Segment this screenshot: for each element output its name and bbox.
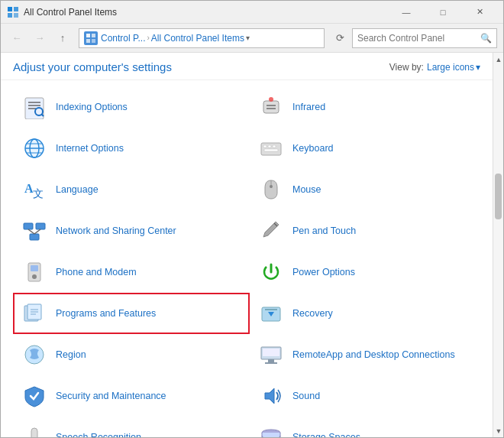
storage-spaces-label: Storage Spaces (292, 431, 360, 437)
phone-modem-label: Phone and Modem (56, 266, 137, 278)
svg-rect-51 (265, 362, 277, 364)
svg-rect-5 (92, 34, 95, 37)
item-speech-recognition[interactable]: Speech Recognition (13, 417, 250, 437)
view-by-dropdown-icon: ▾ (476, 62, 480, 73)
window-title: All Control Panel Items (24, 7, 389, 18)
svg-line-36 (34, 229, 40, 234)
svg-rect-3 (14, 13, 18, 18)
svg-line-35 (28, 229, 34, 234)
items-container: Indexing OptionsInfraredInternet Options… (1, 80, 493, 437)
svg-rect-14 (263, 101, 279, 113)
item-region[interactable]: Region (13, 334, 250, 375)
item-recovery[interactable]: Recovery (250, 293, 486, 334)
programs-features-icon (21, 300, 48, 327)
item-sound[interactable]: Sound (250, 375, 486, 417)
item-infrared[interactable]: Infrared (250, 86, 486, 128)
view-by-control: View by: Large icons ▾ (389, 62, 480, 73)
address-part-all[interactable]: All Control Panel Items (151, 33, 244, 44)
refresh-button[interactable]: ⟳ (331, 29, 349, 47)
item-indexing-options[interactable]: Indexing Options (13, 86, 250, 128)
svg-rect-6 (86, 39, 90, 43)
svg-rect-33 (36, 223, 45, 229)
page-title: Adjust your computer's settings (13, 60, 172, 73)
search-box[interactable]: 🔍 (352, 28, 497, 48)
network-sharing-label: Network and Sharing Center (56, 225, 176, 237)
svg-rect-1 (14, 7, 18, 11)
address-bar[interactable]: Control P... › All Control Panel Items ▾ (79, 28, 325, 48)
mouse-label: Mouse (292, 183, 321, 196)
search-input[interactable] (357, 33, 480, 44)
sound-label: Sound (292, 390, 320, 402)
title-bar: All Control Panel Items — □ ✕ (1, 1, 503, 24)
address-dropdown-icon[interactable]: ▾ (246, 34, 250, 42)
recovery-label: Recovery (292, 307, 333, 320)
main-content: Adjust your computer's settings View by:… (1, 53, 493, 437)
svg-rect-4 (86, 34, 90, 37)
scrollbar[interactable]: ▲ ▼ (493, 53, 503, 437)
svg-rect-7 (92, 39, 95, 43)
item-pen-touch[interactable]: Pen and Touch (250, 210, 486, 251)
network-sharing-icon (21, 217, 48, 245)
address-part-control[interactable]: Control P... (101, 33, 145, 44)
forward-button[interactable]: → (30, 28, 50, 48)
svg-rect-16 (267, 105, 276, 106)
speech-recognition-label: Speech Recognition (56, 431, 141, 437)
address-bar-icon (84, 31, 98, 45)
language-icon: A文 (21, 176, 48, 203)
indexing-options-label: Indexing Options (56, 101, 128, 113)
up-button[interactable]: ↑ (53, 28, 73, 48)
speech-recognition-icon (21, 423, 48, 437)
scroll-up-arrow[interactable]: ▲ (493, 53, 503, 66)
scroll-down-arrow[interactable]: ▼ (493, 424, 503, 437)
nav-bar: ← → ↑ Control P... › All Control Panel I… (1, 24, 503, 53)
security-maintenance-label: Security and Maintenance (56, 390, 166, 402)
svg-rect-26 (273, 145, 276, 148)
minimize-button[interactable]: — (389, 1, 424, 24)
svg-rect-39 (31, 265, 38, 271)
item-programs-features[interactable]: Programs and Features (13, 293, 250, 334)
infrared-label: Infrared (292, 101, 325, 113)
storage-spaces-icon (257, 423, 285, 437)
window: All Control Panel Items — □ ✕ ← → ↑ Cont… (0, 0, 504, 438)
window-icon (7, 6, 19, 18)
item-power-options[interactable]: Power Options (250, 251, 486, 293)
sound-icon (257, 382, 285, 410)
search-icon: 🔍 (480, 33, 492, 44)
view-by-value-text: Large icons (427, 62, 474, 73)
item-mouse[interactable]: Mouse (250, 169, 486, 210)
pen-touch-label: Pen and Touch (292, 225, 356, 237)
svg-point-15 (269, 97, 273, 102)
item-remoteapp[interactable]: RemoteApp and Desktop Connections (250, 334, 486, 375)
svg-rect-47 (265, 309, 277, 310)
remoteapp-label: RemoteApp and Desktop Connections (292, 349, 455, 361)
pen-touch-icon (257, 217, 285, 245)
region-label: Region (56, 349, 86, 361)
svg-rect-2 (8, 13, 12, 18)
svg-rect-53 (31, 428, 37, 437)
indexing-options-icon (21, 93, 48, 121)
item-language[interactable]: A文Language (13, 169, 250, 210)
svg-rect-50 (268, 359, 274, 362)
svg-rect-32 (24, 223, 33, 229)
keyboard-icon (257, 135, 285, 162)
item-keyboard[interactable]: Keyboard (250, 128, 486, 169)
close-button[interactable]: ✕ (462, 1, 497, 24)
address-parts: Control P... › All Control Panel Items (101, 33, 244, 44)
item-security-maintenance[interactable]: Security and Maintenance (13, 375, 250, 417)
window-controls: — □ ✕ (389, 1, 497, 24)
item-network-sharing[interactable]: Network and Sharing Center (13, 210, 250, 251)
item-storage-spaces[interactable]: Storage Spaces (250, 417, 486, 437)
svg-point-40 (32, 274, 37, 279)
scroll-track[interactable] (493, 66, 503, 424)
address-separator: › (147, 34, 149, 42)
view-by-dropdown[interactable]: Large icons ▾ (427, 62, 480, 73)
maximize-button[interactable]: □ (425, 1, 460, 24)
power-options-icon (257, 258, 285, 286)
item-internet-options[interactable]: Internet Options (13, 128, 250, 169)
back-button[interactable]: ← (7, 28, 27, 48)
region-icon (21, 341, 48, 368)
internet-options-icon (21, 135, 48, 162)
phone-modem-icon (21, 258, 48, 286)
item-phone-modem[interactable]: Phone and Modem (13, 251, 250, 293)
scroll-thumb[interactable] (495, 174, 502, 219)
